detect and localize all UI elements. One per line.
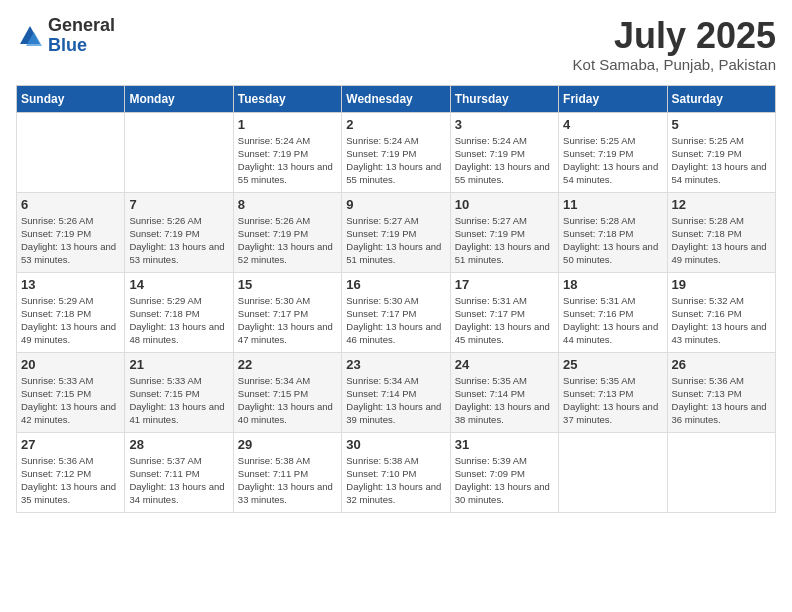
cell-info: Sunrise: 5:25 AM Sunset: 7:19 PM Dayligh… xyxy=(672,134,771,187)
day-number: 29 xyxy=(238,437,337,452)
cell-info: Sunrise: 5:35 AM Sunset: 7:14 PM Dayligh… xyxy=(455,374,554,427)
header-day: Friday xyxy=(559,85,667,112)
calendar-cell: 6Sunrise: 5:26 AM Sunset: 7:19 PM Daylig… xyxy=(17,192,125,272)
calendar-cell: 11Sunrise: 5:28 AM Sunset: 7:18 PM Dayli… xyxy=(559,192,667,272)
day-number: 28 xyxy=(129,437,228,452)
header-day: Wednesday xyxy=(342,85,450,112)
calendar-cell: 31Sunrise: 5:39 AM Sunset: 7:09 PM Dayli… xyxy=(450,432,558,512)
cell-info: Sunrise: 5:36 AM Sunset: 7:12 PM Dayligh… xyxy=(21,454,120,507)
logo-blue: Blue xyxy=(48,35,87,55)
cell-info: Sunrise: 5:34 AM Sunset: 7:14 PM Dayligh… xyxy=(346,374,445,427)
calendar-cell: 9Sunrise: 5:27 AM Sunset: 7:19 PM Daylig… xyxy=(342,192,450,272)
calendar-cell: 24Sunrise: 5:35 AM Sunset: 7:14 PM Dayli… xyxy=(450,352,558,432)
day-number: 17 xyxy=(455,277,554,292)
cell-info: Sunrise: 5:24 AM Sunset: 7:19 PM Dayligh… xyxy=(455,134,554,187)
calendar-week-row: 1Sunrise: 5:24 AM Sunset: 7:19 PM Daylig… xyxy=(17,112,776,192)
cell-info: Sunrise: 5:31 AM Sunset: 7:17 PM Dayligh… xyxy=(455,294,554,347)
title-block: July 2025 Kot Samaba, Punjab, Pakistan xyxy=(573,16,776,73)
cell-info: Sunrise: 5:36 AM Sunset: 7:13 PM Dayligh… xyxy=(672,374,771,427)
calendar-cell: 30Sunrise: 5:38 AM Sunset: 7:10 PM Dayli… xyxy=(342,432,450,512)
header-day: Sunday xyxy=(17,85,125,112)
cell-info: Sunrise: 5:30 AM Sunset: 7:17 PM Dayligh… xyxy=(346,294,445,347)
cell-info: Sunrise: 5:32 AM Sunset: 7:16 PM Dayligh… xyxy=(672,294,771,347)
calendar-cell: 3Sunrise: 5:24 AM Sunset: 7:19 PM Daylig… xyxy=(450,112,558,192)
calendar-week-row: 20Sunrise: 5:33 AM Sunset: 7:15 PM Dayli… xyxy=(17,352,776,432)
calendar-table: SundayMondayTuesdayWednesdayThursdayFrid… xyxy=(16,85,776,513)
day-number: 14 xyxy=(129,277,228,292)
calendar-cell: 23Sunrise: 5:34 AM Sunset: 7:14 PM Dayli… xyxy=(342,352,450,432)
cell-info: Sunrise: 5:35 AM Sunset: 7:13 PM Dayligh… xyxy=(563,374,662,427)
cell-info: Sunrise: 5:27 AM Sunset: 7:19 PM Dayligh… xyxy=(455,214,554,267)
calendar-header: SundayMondayTuesdayWednesdayThursdayFrid… xyxy=(17,85,776,112)
day-number: 24 xyxy=(455,357,554,372)
calendar-week-row: 27Sunrise: 5:36 AM Sunset: 7:12 PM Dayli… xyxy=(17,432,776,512)
logo-icon xyxy=(16,22,44,50)
cell-info: Sunrise: 5:25 AM Sunset: 7:19 PM Dayligh… xyxy=(563,134,662,187)
calendar-cell: 13Sunrise: 5:29 AM Sunset: 7:18 PM Dayli… xyxy=(17,272,125,352)
cell-info: Sunrise: 5:31 AM Sunset: 7:16 PM Dayligh… xyxy=(563,294,662,347)
calendar-body: 1Sunrise: 5:24 AM Sunset: 7:19 PM Daylig… xyxy=(17,112,776,512)
day-number: 13 xyxy=(21,277,120,292)
day-number: 30 xyxy=(346,437,445,452)
calendar-cell: 25Sunrise: 5:35 AM Sunset: 7:13 PM Dayli… xyxy=(559,352,667,432)
page-header: General Blue July 2025 Kot Samaba, Punja… xyxy=(16,16,776,73)
calendar-cell: 22Sunrise: 5:34 AM Sunset: 7:15 PM Dayli… xyxy=(233,352,341,432)
day-number: 1 xyxy=(238,117,337,132)
day-number: 20 xyxy=(21,357,120,372)
day-number: 21 xyxy=(129,357,228,372)
cell-info: Sunrise: 5:34 AM Sunset: 7:15 PM Dayligh… xyxy=(238,374,337,427)
day-number: 31 xyxy=(455,437,554,452)
header-row: SundayMondayTuesdayWednesdayThursdayFrid… xyxy=(17,85,776,112)
day-number: 25 xyxy=(563,357,662,372)
calendar-cell: 1Sunrise: 5:24 AM Sunset: 7:19 PM Daylig… xyxy=(233,112,341,192)
cell-info: Sunrise: 5:26 AM Sunset: 7:19 PM Dayligh… xyxy=(21,214,120,267)
day-number: 15 xyxy=(238,277,337,292)
cell-info: Sunrise: 5:24 AM Sunset: 7:19 PM Dayligh… xyxy=(346,134,445,187)
calendar-cell: 7Sunrise: 5:26 AM Sunset: 7:19 PM Daylig… xyxy=(125,192,233,272)
calendar-cell: 26Sunrise: 5:36 AM Sunset: 7:13 PM Dayli… xyxy=(667,352,775,432)
cell-info: Sunrise: 5:38 AM Sunset: 7:11 PM Dayligh… xyxy=(238,454,337,507)
calendar-cell: 4Sunrise: 5:25 AM Sunset: 7:19 PM Daylig… xyxy=(559,112,667,192)
calendar-cell: 20Sunrise: 5:33 AM Sunset: 7:15 PM Dayli… xyxy=(17,352,125,432)
cell-info: Sunrise: 5:28 AM Sunset: 7:18 PM Dayligh… xyxy=(563,214,662,267)
calendar-cell: 5Sunrise: 5:25 AM Sunset: 7:19 PM Daylig… xyxy=(667,112,775,192)
day-number: 16 xyxy=(346,277,445,292)
day-number: 9 xyxy=(346,197,445,212)
day-number: 26 xyxy=(672,357,771,372)
calendar-cell: 18Sunrise: 5:31 AM Sunset: 7:16 PM Dayli… xyxy=(559,272,667,352)
cell-info: Sunrise: 5:24 AM Sunset: 7:19 PM Dayligh… xyxy=(238,134,337,187)
cell-info: Sunrise: 5:33 AM Sunset: 7:15 PM Dayligh… xyxy=(129,374,228,427)
calendar-cell xyxy=(125,112,233,192)
calendar-cell: 27Sunrise: 5:36 AM Sunset: 7:12 PM Dayli… xyxy=(17,432,125,512)
cell-info: Sunrise: 5:29 AM Sunset: 7:18 PM Dayligh… xyxy=(21,294,120,347)
cell-info: Sunrise: 5:37 AM Sunset: 7:11 PM Dayligh… xyxy=(129,454,228,507)
calendar-cell: 29Sunrise: 5:38 AM Sunset: 7:11 PM Dayli… xyxy=(233,432,341,512)
calendar-cell xyxy=(559,432,667,512)
cell-info: Sunrise: 5:39 AM Sunset: 7:09 PM Dayligh… xyxy=(455,454,554,507)
day-number: 12 xyxy=(672,197,771,212)
calendar-cell: 21Sunrise: 5:33 AM Sunset: 7:15 PM Dayli… xyxy=(125,352,233,432)
cell-info: Sunrise: 5:29 AM Sunset: 7:18 PM Dayligh… xyxy=(129,294,228,347)
calendar-cell: 28Sunrise: 5:37 AM Sunset: 7:11 PM Dayli… xyxy=(125,432,233,512)
day-number: 5 xyxy=(672,117,771,132)
calendar-cell xyxy=(667,432,775,512)
calendar-cell: 16Sunrise: 5:30 AM Sunset: 7:17 PM Dayli… xyxy=(342,272,450,352)
day-number: 4 xyxy=(563,117,662,132)
calendar-cell: 2Sunrise: 5:24 AM Sunset: 7:19 PM Daylig… xyxy=(342,112,450,192)
logo-general: General xyxy=(48,15,115,35)
day-number: 23 xyxy=(346,357,445,372)
header-day: Monday xyxy=(125,85,233,112)
header-day: Thursday xyxy=(450,85,558,112)
cell-info: Sunrise: 5:27 AM Sunset: 7:19 PM Dayligh… xyxy=(346,214,445,267)
day-number: 19 xyxy=(672,277,771,292)
day-number: 10 xyxy=(455,197,554,212)
day-number: 18 xyxy=(563,277,662,292)
day-number: 2 xyxy=(346,117,445,132)
calendar-cell: 19Sunrise: 5:32 AM Sunset: 7:16 PM Dayli… xyxy=(667,272,775,352)
calendar-week-row: 13Sunrise: 5:29 AM Sunset: 7:18 PM Dayli… xyxy=(17,272,776,352)
calendar-cell: 10Sunrise: 5:27 AM Sunset: 7:19 PM Dayli… xyxy=(450,192,558,272)
logo: General Blue xyxy=(16,16,115,56)
day-number: 27 xyxy=(21,437,120,452)
calendar-cell: 8Sunrise: 5:26 AM Sunset: 7:19 PM Daylig… xyxy=(233,192,341,272)
cell-info: Sunrise: 5:26 AM Sunset: 7:19 PM Dayligh… xyxy=(129,214,228,267)
